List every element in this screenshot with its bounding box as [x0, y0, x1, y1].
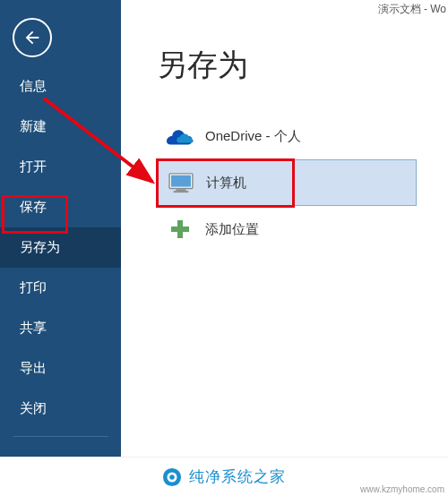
main-panel: 另存为 OneDrive - 个人 计算机 添加位置: [121, 27, 448, 252]
footer-logo-icon: [162, 467, 182, 487]
sidebar-item-saveas[interactable]: 另存为: [0, 227, 121, 268]
plus-icon: [164, 218, 196, 240]
sidebar-item-open[interactable]: 打开: [0, 147, 121, 187]
onedrive-icon: [164, 127, 196, 145]
svg-rect-3: [174, 191, 189, 192]
sidebar-item-info[interactable]: 信息: [0, 66, 121, 107]
sidebar-item-share[interactable]: 共享: [0, 308, 121, 348]
backstage-sidebar: 信息 新建 打开 保存 另存为 打印 共享 导出 关闭 帐户 选项: [0, 0, 121, 457]
sidebar-item-save[interactable]: 保存: [0, 187, 121, 227]
option-computer[interactable]: 计算机: [157, 159, 417, 206]
option-add-location-label: 添加位置: [205, 221, 259, 238]
sidebar-item-export[interactable]: 导出: [0, 348, 121, 389]
svg-rect-2: [176, 189, 185, 191]
svg-rect-5: [171, 227, 189, 232]
option-add-location[interactable]: 添加位置: [157, 206, 417, 252]
svg-rect-1: [171, 175, 191, 187]
sidebar-item-new[interactable]: 新建: [0, 107, 121, 147]
option-computer-label: 计算机: [206, 175, 246, 192]
back-button[interactable]: [13, 18, 52, 57]
option-onedrive-label: OneDrive - 个人: [205, 128, 301, 145]
page-title: 另存为: [157, 45, 448, 86]
sidebar-item-close[interactable]: 关闭: [0, 389, 121, 429]
arrow-left-icon: [22, 28, 42, 47]
sidebar-divider: [13, 436, 108, 437]
svg-point-9: [169, 475, 175, 480]
footer-url: www.kzmyhome.com: [360, 484, 444, 494]
computer-icon: [165, 172, 197, 193]
footer-watermark: 纯净系统之家 www.kzmyhome.com: [0, 457, 448, 496]
window-title: 演示文档 - Wo: [121, 0, 448, 18]
footer-site-name: 纯净系统之家: [189, 466, 286, 487]
option-onedrive[interactable]: OneDrive - 个人: [157, 113, 417, 159]
sidebar-item-print[interactable]: 打印: [0, 268, 121, 308]
